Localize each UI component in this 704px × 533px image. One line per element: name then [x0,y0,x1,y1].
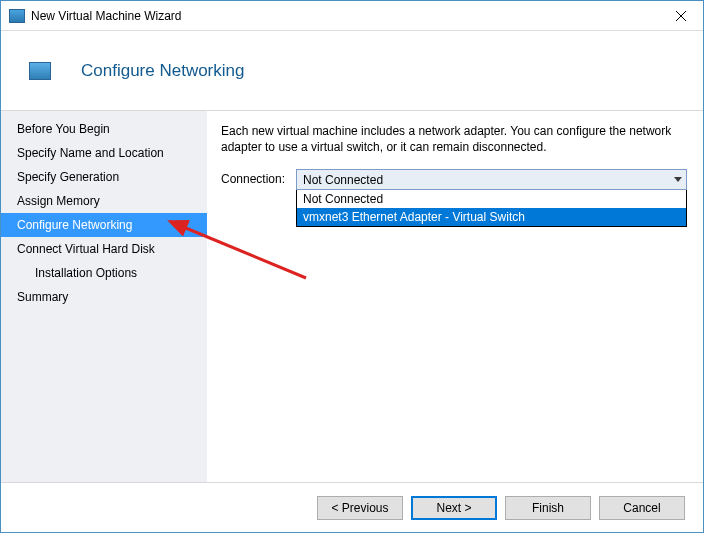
chevron-down-icon [674,177,682,182]
step-before-you-begin[interactable]: Before You Begin [1,117,207,141]
connection-option-not-connected[interactable]: Not Connected [297,190,686,208]
finish-button[interactable]: Finish [505,496,591,520]
main-pane: Each new virtual machine includes a netw… [207,111,703,482]
next-button[interactable]: Next > [411,496,497,520]
connection-label: Connection: [221,169,296,186]
close-button[interactable] [658,1,703,30]
step-assign-memory[interactable]: Assign Memory [1,189,207,213]
step-specify-generation[interactable]: Specify Generation [1,165,207,189]
connection-option-vmxnet3[interactable]: vmxnet3 Ethernet Adapter - Virtual Switc… [297,208,686,226]
step-summary[interactable]: Summary [1,285,207,309]
window-title: New Virtual Machine Wizard [31,9,658,23]
previous-button[interactable]: < Previous [317,496,403,520]
footer: < Previous Next > Finish Cancel [1,482,703,532]
connection-selected-value: Not Connected [303,173,383,187]
connection-dropdown-list: Not Connected vmxnet3 Ethernet Adapter -… [296,190,687,227]
connection-dropdown[interactable]: Not Connected [296,169,687,190]
step-installation-options[interactable]: Installation Options [1,261,207,285]
header-icon [29,62,51,80]
cancel-button[interactable]: Cancel [599,496,685,520]
step-configure-networking[interactable]: Configure Networking [1,213,207,237]
step-specify-name-location[interactable]: Specify Name and Location [1,141,207,165]
page-title: Configure Networking [81,61,244,81]
wizard-window: New Virtual Machine Wizard Configure Net… [0,0,704,533]
app-icon [9,9,25,23]
page-header: Configure Networking [1,31,703,111]
wizard-steps: Before You Begin Specify Name and Locati… [1,111,207,482]
step-connect-vhd[interactable]: Connect Virtual Hard Disk [1,237,207,261]
titlebar: New Virtual Machine Wizard [1,1,703,31]
close-icon [676,11,686,21]
description-text: Each new virtual machine includes a netw… [221,123,687,155]
body: Before You Begin Specify Name and Locati… [1,111,703,482]
connection-control: Not Connected Not Connected vmxnet3 Ethe… [296,169,687,227]
connection-row: Connection: Not Connected Not Connected … [221,169,687,227]
